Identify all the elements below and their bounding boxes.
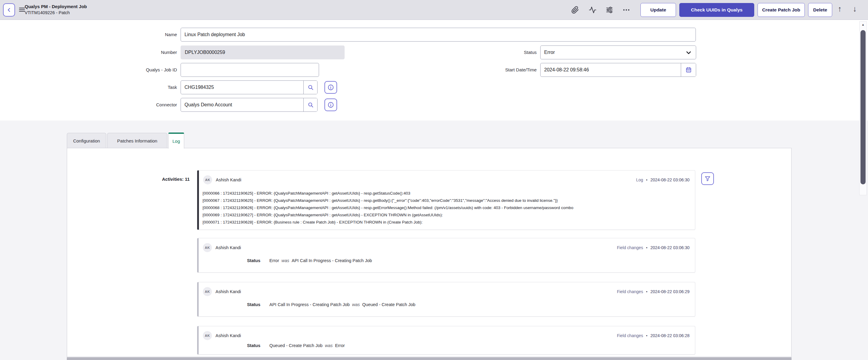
date-picker-button[interactable] <box>681 63 696 77</box>
more-options-button[interactable] <box>622 7 630 15</box>
meta-separator: • <box>646 290 647 294</box>
old-value: Error <box>335 343 345 348</box>
avatar: AK <box>203 243 212 252</box>
old-value: API Call In Progress - Creating Patch Jo… <box>292 258 372 263</box>
activity-type: Log <box>636 177 643 182</box>
activity-user: Ashish Kandi <box>216 331 241 340</box>
avatar: AK <box>203 175 212 184</box>
task-preview-button[interactable] <box>324 81 337 94</box>
meta-separator: • <box>646 334 647 338</box>
was-word: was <box>352 302 360 307</box>
log-line: [0000068 : 1724321190626] - ERROR: {Qual… <box>203 204 691 212</box>
activity-entry-field-change: AK Ashish Kandi Field changes•2024-08-22… <box>197 326 695 355</box>
activity-timestamp: 2024-08-22 03:06:29 <box>650 289 689 294</box>
tab-log[interactable]: Log <box>168 133 184 148</box>
back-button[interactable] <box>3 3 15 17</box>
tab-configuration[interactable]: Configuration <box>67 133 106 148</box>
start-datetime-input[interactable] <box>540 63 681 77</box>
activity-type: Field changes <box>617 289 643 294</box>
field-change-value: ErrorwasAPI Call In Progress - Creating … <box>269 258 689 263</box>
task-label: Task <box>78 80 177 94</box>
start-datetime-label: Start Date/Time <box>437 63 537 77</box>
scroll-up-arrow-icon[interactable]: ▲ <box>860 23 867 26</box>
connector-lookup-button[interactable] <box>303 98 317 111</box>
was-word: was <box>325 343 333 348</box>
header-bar: Qualys PM - Deployment Job VTITM1409226 … <box>0 0 868 20</box>
task-input[interactable] <box>181 81 303 94</box>
next-record-button[interactable]: ↓ <box>849 4 860 13</box>
horizontal-scrollbar[interactable] <box>67 357 792 360</box>
number-input[interactable] <box>181 46 345 59</box>
field-name: Status <box>217 302 260 307</box>
activities-count: Activities: 11 <box>90 176 190 182</box>
activity-timestamp: 2024-08-22 03:06:30 <box>650 245 689 250</box>
previous-record-button[interactable]: ↑ <box>834 4 845 13</box>
meta-separator: • <box>646 246 647 250</box>
chevron-left-icon <box>6 7 12 13</box>
tab-patches-information[interactable]: Patches Information <box>107 133 167 148</box>
new-value: Error <box>269 258 279 263</box>
ellipsis-icon <box>622 7 630 13</box>
new-value: API Call In Progress - Creating Patch Jo… <box>269 302 350 307</box>
connector-preview-button[interactable] <box>324 99 337 111</box>
field-name: Status <box>217 258 260 263</box>
activity-entry-field-change: AK Ashish Kandi Field changes•2024-08-22… <box>197 238 695 273</box>
log-line: [0000067 : 1724321190625] - ERROR: {Qual… <box>203 197 691 204</box>
activity-filter-button[interactable] <box>701 172 714 185</box>
info-icon <box>328 84 334 91</box>
record-title: Qualys PM - Deployment Job VTITM1409226 … <box>25 3 87 16</box>
avatar: AK <box>203 331 212 340</box>
vertical-scrollbar[interactable]: ▲ <box>859 21 867 195</box>
log-line: [0000066 : 1724321190625] - ERROR: {Qual… <box>203 190 691 197</box>
search-icon <box>308 102 314 108</box>
number-label: Number <box>78 46 177 59</box>
task-field <box>181 80 317 94</box>
activity-user: Ashish Kandi <box>216 175 241 184</box>
qualys-job-id-label: Qualys - Job ID <box>78 63 177 77</box>
qualys-job-id-input[interactable] <box>181 63 319 77</box>
record-page: Qualys PM - Deployment Job VTITM1409226 … <box>0 0 868 360</box>
info-icon <box>328 102 334 108</box>
activity-user: Ashish Kandi <box>216 287 241 296</box>
paperclip-icon <box>571 6 579 14</box>
check-uuids-in-qualys-button[interactable]: Check UUIDs in Qualys <box>679 3 754 17</box>
status-value: Error <box>544 50 555 55</box>
page-title: Qualys PM - Deployment Job <box>25 3 87 10</box>
start-datetime-field <box>540 63 696 77</box>
vertical-scrollbar-thumb[interactable] <box>861 30 866 184</box>
calendar-icon <box>685 66 692 73</box>
log-message: [0000066 : 1724321190625] - ERROR: {Qual… <box>203 190 691 226</box>
log-line: [0000069 : 1724321190627] - ERROR: {Qual… <box>203 212 691 219</box>
activity-type: Field changes <box>617 245 643 250</box>
search-icon <box>308 84 314 90</box>
pulse-icon <box>589 6 596 14</box>
connector-field <box>181 98 317 112</box>
activity-meta: Field changes•2024-08-22 03:06:29 <box>617 287 689 297</box>
connector-input[interactable] <box>181 98 303 111</box>
activity-meta: Field changes•2024-08-22 03:06:30 <box>617 243 689 252</box>
activity-user: Ashish Kandi <box>216 243 241 252</box>
name-input[interactable] <box>181 28 696 41</box>
activity-timestamp: 2024-08-22 03:06:30 <box>650 177 689 182</box>
avatar: AK <box>203 287 212 296</box>
log-line: [0000071 : 1724321190628] - ERROR: {Busi… <box>203 219 691 226</box>
sliders-icon <box>606 6 613 14</box>
status-label: Status <box>437 46 537 59</box>
attachments-button[interactable] <box>571 6 579 14</box>
update-button[interactable]: Update <box>641 3 676 17</box>
was-word: was <box>281 258 289 263</box>
task-lookup-button[interactable] <box>303 81 317 94</box>
activity-meta: Field changes•2024-08-22 03:06:28 <box>617 331 689 340</box>
name-label: Name <box>78 28 177 41</box>
create-patch-job-button[interactable]: Create Patch Job <box>757 3 805 17</box>
field-change-value: API Call In Progress - Creating Patch Jo… <box>269 302 689 307</box>
chevron-down-icon <box>685 49 692 56</box>
activity-type: Field changes <box>617 333 643 338</box>
personalize-form-button[interactable] <box>606 6 613 14</box>
activity-stream-button[interactable] <box>589 6 596 14</box>
old-value: Queued - Create Patch Job <box>362 302 416 307</box>
activity-meta: Log•2024-08-22 03:06:30 <box>636 175 689 185</box>
activity-entry-field-change: AK Ashish Kandi Field changes•2024-08-22… <box>197 282 695 316</box>
delete-button[interactable]: Delete <box>808 3 832 17</box>
status-select[interactable]: Error <box>540 46 696 59</box>
